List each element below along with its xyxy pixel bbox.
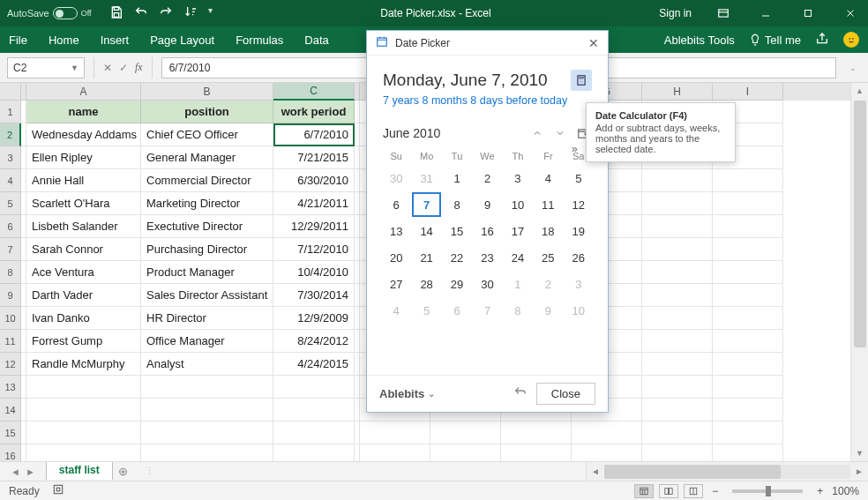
calendar-day[interactable]: 5 bbox=[411, 297, 441, 324]
month-label[interactable]: June 2010 bbox=[383, 126, 440, 140]
calendar-day[interactable]: 14 bbox=[411, 218, 441, 244]
row-header[interactable]: 5 bbox=[0, 192, 21, 215]
cell-position[interactable]: Sales Director Assistant bbox=[141, 284, 273, 307]
tab-insert[interactable]: Insert bbox=[101, 34, 130, 47]
calendar-day[interactable]: 31 bbox=[411, 165, 441, 191]
table-header[interactable]: position bbox=[141, 101, 273, 123]
view-page-break-icon[interactable] bbox=[684, 484, 703, 498]
cell-position[interactable]: Marketing Director bbox=[141, 192, 273, 215]
cell-period[interactable]: 6/30/2010 bbox=[273, 169, 355, 192]
cell-period[interactable]: 12/29/2011 bbox=[273, 215, 355, 238]
calendar-day[interactable]: 2 bbox=[472, 165, 502, 191]
calendar-day[interactable]: 30 bbox=[472, 271, 502, 297]
vertical-scrollbar[interactable]: ▲ ▼ bbox=[850, 83, 868, 461]
cell-period[interactable]: 4/24/2015 bbox=[273, 353, 355, 376]
row-header[interactable]: 2 bbox=[0, 123, 21, 146]
tab-page-layout[interactable]: Page Layout bbox=[150, 34, 214, 47]
calendar-day[interactable]: 10 bbox=[503, 191, 533, 218]
calendar-day[interactable]: 26 bbox=[564, 244, 594, 271]
tell-me-button[interactable]: Tell me bbox=[749, 34, 801, 47]
calendar-day[interactable]: 24 bbox=[503, 244, 533, 271]
chevron-down-icon[interactable]: ▼ bbox=[71, 63, 79, 72]
col-header-I[interactable]: I bbox=[713, 83, 783, 101]
cell-period[interactable]: 8/24/2012 bbox=[273, 330, 355, 353]
close-icon[interactable] bbox=[840, 3, 861, 24]
scroll-down-icon[interactable]: ▼ bbox=[851, 445, 868, 461]
cell-name[interactable]: Randle McMurphy bbox=[26, 353, 141, 376]
calendar-day[interactable]: 6 bbox=[442, 297, 472, 324]
cell-name[interactable]: Wednesday Addams bbox=[26, 123, 141, 146]
cell-name[interactable]: Sarah Connor bbox=[26, 238, 141, 261]
row-header[interactable]: 15 bbox=[0, 422, 21, 444]
view-normal-icon[interactable] bbox=[634, 484, 654, 498]
cell-position[interactable]: Analyst bbox=[141, 353, 273, 376]
sheet-tab-active[interactable]: staff list bbox=[46, 461, 113, 480]
close-button[interactable]: Close bbox=[536, 383, 595, 405]
hscroll-thumb[interactable] bbox=[604, 465, 781, 479]
undo-icon[interactable] bbox=[134, 5, 148, 22]
scroll-thumb[interactable] bbox=[854, 101, 866, 347]
cell-name[interactable]: Lisbeth Salander bbox=[26, 215, 141, 238]
date-calculator-button[interactable] bbox=[571, 70, 592, 91]
cell-position[interactable]: Product Manager bbox=[141, 261, 273, 284]
cell-position[interactable]: HR Director bbox=[141, 307, 273, 330]
date-picker-close-icon[interactable]: ✕ bbox=[588, 36, 599, 50]
calendar-day[interactable]: 1 bbox=[503, 271, 533, 297]
row-header[interactable]: 12 bbox=[0, 353, 21, 376]
calendar-day[interactable]: 16 bbox=[472, 218, 502, 244]
cell-period[interactable]: 10/4/2010 bbox=[273, 261, 355, 284]
calendar-day[interactable]: 1 bbox=[442, 165, 472, 191]
redo-icon[interactable] bbox=[159, 5, 173, 22]
tab-data[interactable]: Data bbox=[304, 34, 328, 47]
tab-file[interactable]: File bbox=[9, 34, 27, 47]
table-header[interactable]: name bbox=[26, 101, 141, 123]
row-header[interactable]: 13 bbox=[0, 376, 21, 399]
row-header[interactable]: 16 bbox=[0, 444, 21, 461]
calendar-day[interactable]: 9 bbox=[533, 297, 563, 324]
calendar-day[interactable]: 20 bbox=[381, 244, 411, 271]
row-header[interactable]: 4 bbox=[0, 169, 21, 192]
feedback-icon[interactable] bbox=[843, 32, 859, 48]
calendar-day[interactable]: 7 bbox=[472, 297, 502, 324]
row-header[interactable]: 11 bbox=[0, 330, 21, 353]
ablebits-brand-button[interactable]: Ablebits ⌄ bbox=[379, 387, 435, 400]
scroll-right-icon[interactable]: ► bbox=[850, 466, 868, 476]
cell-period[interactable]: 7/12/2010 bbox=[273, 238, 355, 261]
cell-period[interactable]: 12/9/2009 bbox=[273, 307, 355, 330]
calendar-day[interactable]: 23 bbox=[472, 244, 502, 271]
next-month-icon[interactable] bbox=[551, 124, 569, 142]
calendar-day[interactable]: 2 bbox=[533, 271, 563, 297]
calendar-day[interactable]: 29 bbox=[442, 271, 472, 297]
insert-function-icon[interactable]: fx bbox=[135, 61, 143, 74]
cell-position[interactable]: Purchasing Director bbox=[141, 238, 273, 261]
cell-period[interactable]: 6/7/2010 bbox=[273, 123, 355, 146]
calendar-day[interactable]: 6 bbox=[381, 191, 411, 218]
cell-name[interactable]: Darth Vader bbox=[26, 284, 141, 307]
cell-name[interactable]: Annie Hall bbox=[26, 169, 141, 192]
calendar-day[interactable]: 28 bbox=[411, 271, 441, 297]
calendar-day[interactable]: 30 bbox=[381, 165, 411, 191]
col-header-C[interactable]: C bbox=[273, 83, 355, 101]
calendar-day[interactable]: 4 bbox=[533, 165, 563, 191]
sort-icon[interactable] bbox=[183, 5, 198, 22]
cell-name[interactable]: Forrest Gump bbox=[26, 330, 141, 353]
enter-icon[interactable]: ✓ bbox=[119, 62, 128, 74]
cell-position[interactable]: Commercial Director bbox=[141, 169, 273, 192]
calendar-day[interactable]: 9 bbox=[472, 191, 502, 218]
calendar-day[interactable]: 22 bbox=[442, 244, 472, 271]
signin-button[interactable]: Sign in bbox=[659, 7, 692, 19]
tab-home[interactable]: Home bbox=[49, 34, 79, 47]
autosave-toggle[interactable]: AutoSave Off bbox=[7, 7, 92, 19]
cell-name[interactable]: Ace Ventura bbox=[26, 261, 141, 284]
minimize-icon[interactable] bbox=[755, 3, 776, 24]
cell-name[interactable]: Ellen Ripley bbox=[26, 146, 141, 169]
calendar-day[interactable]: 8 bbox=[442, 191, 472, 218]
save-icon[interactable] bbox=[109, 5, 123, 22]
tab-nav[interactable]: ◄► bbox=[0, 462, 46, 481]
calendar-day[interactable]: 3 bbox=[503, 165, 533, 191]
row-header[interactable]: 8 bbox=[0, 261, 21, 284]
new-sheet-button[interactable]: ⊕ bbox=[113, 462, 134, 481]
tab-formulas[interactable]: Formulas bbox=[236, 34, 283, 47]
col-header-H[interactable]: H bbox=[642, 83, 713, 101]
cell-period[interactable]: 7/21/2015 bbox=[273, 146, 355, 169]
